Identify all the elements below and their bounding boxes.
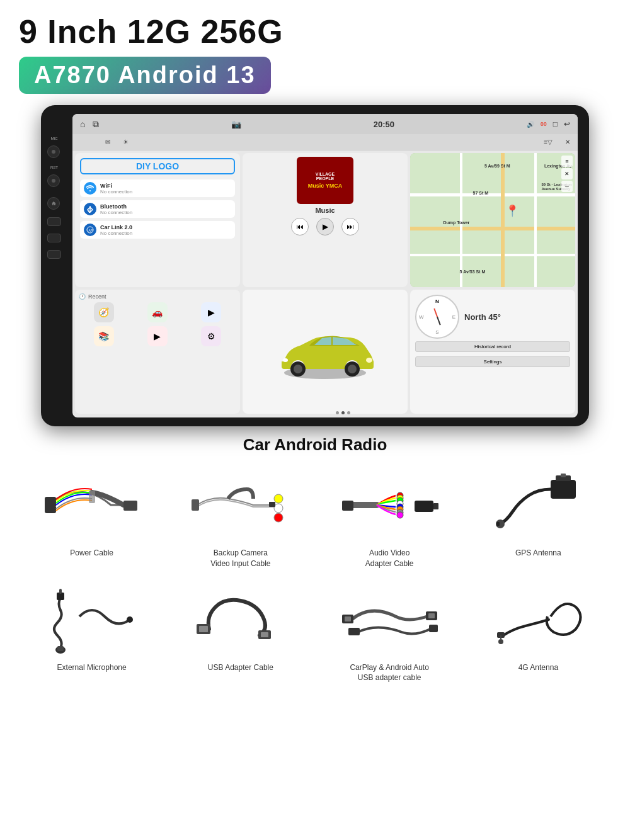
map-zoom-in[interactable]: ↔	[561, 181, 573, 192]
device-outer: MIC RST	[41, 105, 589, 426]
back-btn[interactable]	[47, 217, 61, 226]
vol-up-btn[interactable]	[47, 234, 61, 242]
carplay-cable-label: CarPlay & Android Auto USB adapter cable	[350, 662, 428, 684]
bt-text: Bluetooth No connection	[100, 203, 132, 215]
compass-info: North 45°	[464, 312, 570, 322]
compass-west: W	[419, 314, 424, 320]
compass-east: E	[452, 314, 455, 320]
carlink-icon: AP	[84, 224, 96, 236]
window-icon[interactable]: ⧉	[93, 119, 99, 130]
apps-grid: 🧭 🚗 ▶ 📚 ▶ ⚙	[79, 302, 236, 346]
historical-record-button[interactable]: Historical record	[415, 341, 570, 352]
svg-rect-47	[428, 613, 435, 618]
compass-panel: N S E W North 45° Historical record	[410, 290, 575, 414]
svg-rect-18	[269, 502, 275, 507]
svg-point-51	[498, 639, 503, 644]
map-label-59st: 5 Av/59 St M	[484, 164, 510, 168]
wifi-icon	[84, 182, 96, 195]
accessories-row1: Power Cable	[19, 467, 611, 569]
app-icon-carplay[interactable]: 🚗	[147, 302, 168, 322]
rst-label: RST	[47, 166, 61, 169]
accessory-4g-antenna: 4G Antenna	[466, 582, 611, 684]
svg-rect-11	[45, 497, 56, 513]
compass-south: S	[435, 329, 438, 335]
vol-down-btn[interactable]	[47, 250, 61, 259]
svg-point-16	[274, 504, 283, 513]
svg-point-8	[294, 365, 302, 373]
rst-button[interactable]	[47, 174, 60, 187]
map-label-dump: Dump Tower	[443, 220, 469, 225]
diy-logo: DIY LOGO	[80, 158, 235, 174]
svg-point-39	[127, 616, 133, 623]
backup-camera-img	[184, 467, 297, 543]
svg-point-17	[274, 513, 283, 522]
accessory-power-cable: Power Cable	[19, 467, 164, 569]
topbar-left: ⌂ ⧉	[80, 119, 99, 130]
power-cable-label: Power Cable	[70, 548, 113, 559]
map-toolbar: ≡ ✕ ↔	[561, 156, 573, 192]
accessory-carplay-cable: CarPlay & Android Auto USB adapter cable	[317, 582, 462, 684]
usb-cable-img	[184, 582, 297, 657]
home-btn[interactable]	[47, 197, 61, 210]
music-album-art: VILLAGEPEOPLE Music YMCA	[297, 157, 353, 204]
left-panel: DIY LOGO WiFi No connection	[75, 153, 240, 287]
prev-button[interactable]: ⏮	[291, 218, 309, 236]
play-button[interactable]: ▶	[316, 218, 334, 236]
screen-topbar: ⌂ ⧉ 📷 20:50 🔊 00 □ ↩	[72, 114, 578, 134]
pagination-dots	[336, 411, 350, 414]
svg-rect-19	[342, 501, 353, 511]
svg-rect-13	[89, 491, 95, 503]
volume-level: 00	[541, 121, 547, 127]
brightness-icon[interactable]: ☀	[123, 139, 129, 145]
dot-3	[347, 411, 350, 414]
volume-icon[interactable]: 🔊	[527, 121, 534, 128]
map-close-btn[interactable]: ✕	[561, 168, 573, 179]
map-layers-btn[interactable]: ≡	[561, 156, 573, 167]
home-icon[interactable]: ⌂	[80, 119, 85, 129]
mic-label: MIC	[47, 137, 61, 140]
svg-rect-32	[561, 474, 566, 477]
subtitle-badge: A7870 Android 13	[19, 57, 271, 94]
4g-antenna-img	[481, 582, 595, 657]
wifi-text: WiFi No connection	[100, 183, 132, 195]
music-panel: VILLAGEPEOPLE Music YMCA Music ⏮ ▶ ⏭	[243, 153, 408, 287]
app-icon-settings[interactable]: ⚙	[201, 326, 221, 346]
gps-antenna-label: GPS Antenna	[515, 548, 561, 559]
next-button[interactable]: ⏭	[341, 218, 359, 236]
compass-area: N S E W North 45°	[415, 295, 570, 339]
mic-button[interactable]	[47, 145, 60, 158]
svg-rect-45	[345, 616, 351, 621]
gps-antenna-img	[481, 467, 595, 543]
topbar-right: 🔊 00 □ ↩	[527, 120, 570, 128]
bluetooth-item[interactable]: Bluetooth No connection	[80, 200, 235, 218]
screen-content: DIY LOGO WiFi No connection	[72, 150, 578, 416]
svg-point-15	[274, 494, 283, 503]
carlink-item[interactable]: AP Car Link 2.0 No connection	[80, 221, 235, 239]
app-icon-youtube[interactable]: ▶	[147, 326, 168, 346]
camera-icon[interactable]: 📷	[231, 120, 241, 129]
4g-antenna-label: 4G Antenna	[518, 662, 558, 673]
wifi-item[interactable]: WiFi No connection	[80, 179, 235, 197]
svg-rect-28	[415, 501, 433, 512]
map-label-53st: 5 Av/53 St M	[460, 270, 486, 274]
svg-rect-49	[429, 625, 438, 632]
svg-rect-14	[192, 499, 199, 511]
app-icon-books[interactable]: 📚	[94, 326, 114, 346]
settings-button[interactable]: Settings	[415, 356, 570, 367]
dot-1	[336, 411, 339, 414]
app-icon-play[interactable]: ▶	[201, 302, 221, 322]
back-arrow-icon[interactable]: ↩	[564, 120, 570, 128]
side-buttons: MIC RST	[47, 137, 61, 259]
close-icon[interactable]: ✕	[565, 139, 570, 145]
svg-rect-29	[433, 503, 438, 509]
app-icon-nav[interactable]: 🧭	[94, 302, 114, 322]
menu-icon[interactable]: ≡▽	[544, 139, 553, 145]
window-btn[interactable]: □	[553, 120, 558, 128]
badge-text: A7870 Android 13	[34, 62, 256, 88]
accessory-backup-camera-cable: Backup Camera Video Input Cable	[168, 467, 313, 569]
message-icon[interactable]: ✉	[105, 139, 110, 145]
svg-rect-36	[59, 589, 62, 594]
backup-camera-label: Backup Camera Video Input Cable	[210, 548, 270, 569]
svg-point-10	[348, 365, 357, 373]
svg-point-1	[52, 179, 55, 183]
